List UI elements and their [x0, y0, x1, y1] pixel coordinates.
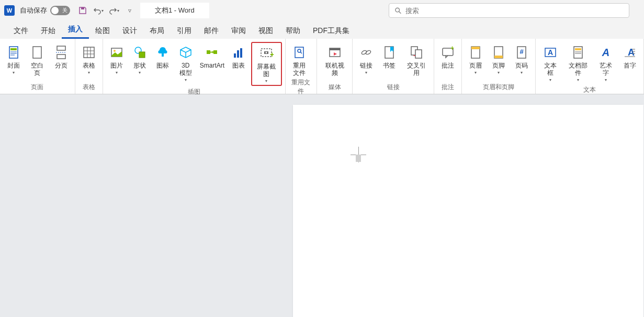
link-label: 链接▾ [360, 62, 372, 76]
svg-rect-35 [330, 48, 340, 50]
text-box-button[interactable]: A文本框▾ [539, 42, 561, 84]
smartart-label: SmartArt [200, 62, 224, 76]
cover-page-label: 封面▾ [7, 62, 20, 76]
tab-视图[interactable]: 视图 [252, 23, 279, 39]
page-break-label: 分页 [55, 62, 67, 76]
tab-审阅[interactable]: 审阅 [225, 23, 252, 39]
header-label: 页眉▾ [469, 62, 482, 76]
svg-rect-0 [81, 7, 84, 9]
table-button[interactable]: 表格▾ [78, 42, 99, 76]
online-video-icon [326, 44, 343, 61]
drop-cap-icon: A [622, 44, 638, 61]
cross-reference-icon: - [408, 44, 425, 61]
wordart-button[interactable]: A艺术字▾ [595, 42, 617, 84]
screenshot-button[interactable]: +屏幕截图▾ [251, 42, 281, 86]
svg-point-18 [114, 50, 116, 52]
svg-rect-48 [494, 56, 503, 58]
toggle-knob [51, 7, 59, 14]
3d-models-button[interactable]: 3D模型 ▾ [175, 42, 196, 84]
qat-customize[interactable]: ▿ [125, 5, 135, 16]
page-break-button[interactable]: 分页 [51, 42, 72, 76]
search-input[interactable] [405, 7, 624, 15]
svg-rect-22 [213, 50, 217, 54]
text-box-label: 文本框▾ [541, 62, 559, 84]
svg-line-33 [300, 52, 302, 53]
autosave-toggle[interactable]: 关 [50, 6, 70, 15]
blank-page-label: 空白页 [28, 62, 47, 76]
ribbon-group-页面: 封面▾空白页分页页面 [0, 39, 75, 94]
link-icon [358, 44, 375, 61]
svg-text:+: + [450, 45, 454, 52]
group-label-表格: 表格 [78, 81, 99, 94]
svg-line-2 [399, 12, 401, 14]
svg-rect-4 [10, 48, 17, 50]
ribbon-group-链接: 链接▾书签-交叉引用链接 [353, 39, 434, 94]
comment-button[interactable]: +批注 [437, 42, 458, 76]
quick-parts-button[interactable]: 文档部件▾ [563, 42, 592, 84]
word-app-icon: W [4, 5, 15, 16]
tab-PDF工具集[interactable]: PDF工具集 [307, 23, 356, 39]
footer-icon [490, 44, 507, 61]
tab-开始[interactable]: 开始 [35, 23, 62, 39]
chart-button[interactable]: 图表 [228, 42, 249, 76]
pictures-label: 图片▾ [110, 62, 123, 76]
search-box[interactable] [389, 3, 629, 18]
tab-帮助[interactable]: 帮助 [279, 23, 307, 39]
link-button[interactable]: 链接▾ [356, 42, 377, 76]
tab-邮件[interactable]: 邮件 [198, 23, 225, 39]
undo-button[interactable]: ▾ [93, 5, 104, 16]
search-icon [394, 7, 401, 14]
tab-设计[interactable]: 设计 [116, 23, 143, 39]
online-video-label: 联机视频 [322, 62, 347, 76]
page-number-button[interactable]: #页码▾ [511, 42, 532, 76]
svg-rect-11 [57, 54, 65, 59]
svg-rect-21 [207, 50, 210, 54]
save-button[interactable] [77, 5, 88, 16]
screenshot-icon: + [258, 45, 275, 62]
blank-page-button[interactable]: 空白页 [26, 42, 49, 76]
comment-icon: + [439, 44, 456, 61]
table-label: 表格▾ [83, 62, 95, 76]
drop-cap-button[interactable]: A首字 [619, 42, 640, 76]
screenshot-label: 屏幕截图▾ [254, 63, 278, 85]
smartart-button[interactable]: SmartArt [198, 42, 227, 76]
chart-icon [230, 44, 247, 61]
bookmark-button[interactable]: 书签 [379, 42, 400, 76]
header-icon [467, 44, 484, 61]
tab-绘图[interactable]: 绘图 [89, 23, 116, 39]
document-page[interactable] [293, 105, 643, 317]
document-canvas[interactable] [0, 94, 644, 317]
pictures-button[interactable]: 图片▾ [106, 42, 127, 76]
quick-parts-icon [570, 44, 586, 61]
svg-marker-36 [334, 52, 337, 56]
reuse-files-button[interactable]: 重用文件 [289, 42, 310, 76]
tab-引用[interactable]: 引用 [171, 23, 198, 39]
group-label-页面: 页面 [3, 81, 72, 94]
svg-rect-9 [57, 46, 65, 50]
autosave-label: 自动保存 [20, 6, 47, 15]
table-icon [81, 44, 97, 61]
document-title: 文档1 - Word [140, 3, 209, 18]
icons-icon [154, 44, 171, 61]
pictures-icon [108, 44, 125, 61]
toggle-state-text: 关 [62, 7, 67, 14]
redo-button[interactable]: ▾ [109, 5, 119, 16]
cross-reference-button[interactable]: -交叉引用 [402, 42, 431, 76]
svg-rect-41 [415, 50, 422, 58]
footer-button[interactable]: 页脚▾ [488, 42, 509, 76]
tab-插入[interactable]: 插入 [62, 21, 89, 39]
tab-布局[interactable]: 布局 [143, 23, 171, 39]
icons-button[interactable]: 图标 [152, 42, 173, 76]
online-video-button[interactable]: 联机视频 [320, 42, 349, 76]
shapes-button[interactable]: 形状▾ [129, 42, 150, 76]
tab-文件[interactable]: 文件 [7, 23, 35, 39]
page-break-icon [53, 44, 70, 61]
ribbon: 封面▾空白页分页页面表格▾表格图片▾形状▾图标3D模型 ▾SmartArt图表+… [0, 39, 644, 94]
shapes-label: 形状▾ [133, 62, 146, 76]
header-button[interactable]: 页眉▾ [465, 42, 486, 76]
wordart-icon: A [597, 44, 614, 61]
blank-page-icon [29, 44, 46, 61]
cover-page-button[interactable]: 封面▾ [3, 42, 24, 76]
reuse-files-icon [291, 44, 308, 61]
svg-rect-25 [237, 50, 239, 58]
